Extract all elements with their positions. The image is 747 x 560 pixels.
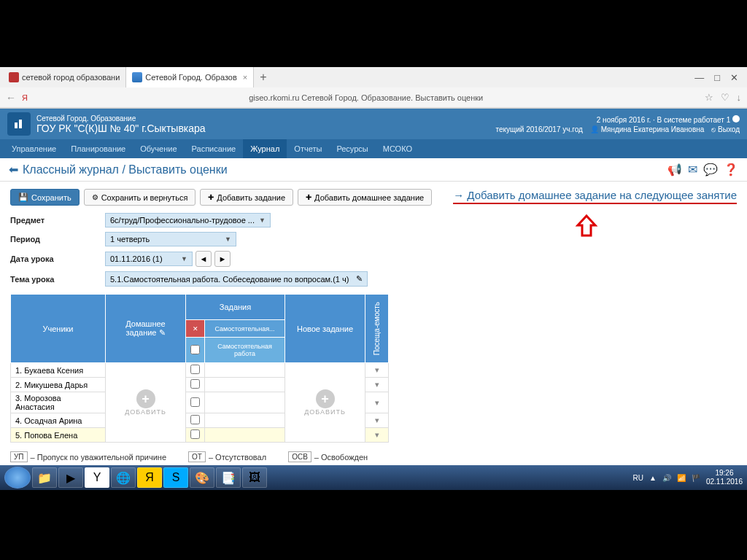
person-icon: [732, 115, 740, 122]
edit-icon[interactable]: ✎: [159, 328, 166, 337]
homework-cell[interactable]: +ДОБАВИТЬ: [106, 363, 186, 443]
nav-back-button[interactable]: ←: [6, 92, 16, 104]
taskbar-app-icon[interactable]: 📁: [32, 467, 57, 488]
app-header: Сетевой Город. Образование ГОУ РК "С(К)Ш…: [0, 109, 747, 139]
grade-cell[interactable]: [205, 378, 285, 392]
nav-management[interactable]: Управление: [4, 139, 63, 158]
nav-reports[interactable]: Отчеты: [287, 139, 329, 158]
taskbar-app-icon[interactable]: S: [163, 467, 188, 488]
chat-icon[interactable]: 💬: [703, 163, 718, 176]
add-next-homework-link[interactable]: → Добавить домашнее задание на следующее…: [453, 189, 737, 204]
col-attendance: Посеща-емость: [365, 295, 389, 363]
taskbar-app-icon[interactable]: ▶: [58, 467, 83, 488]
add-task-button[interactable]: Добавить задание: [200, 189, 293, 206]
windows-taskbar: 📁 ▶ Y 🌐 Я S 🎨 📑 🖼 RU ▲ 🔊 📶 🏴 19:26 02.11…: [0, 465, 747, 490]
add-homework-button[interactable]: Добавить домашнее задание: [298, 189, 432, 206]
col-new-task: Новое задание: [285, 295, 365, 363]
grade-cell[interactable]: [205, 428, 285, 443]
help-icon[interactable]: ❓: [724, 163, 738, 176]
tray-expand-icon[interactable]: ▲: [649, 474, 657, 482]
task-name-header[interactable]: Самостоятельная...: [205, 320, 285, 338]
attendance-cell[interactable]: ▾: [365, 363, 389, 378]
edit-icon[interactable]: ✎: [356, 274, 363, 284]
svg-rect-1: [19, 120, 22, 128]
addr-icon[interactable]: ↓: [737, 92, 742, 103]
tray-network-icon[interactable]: 📶: [677, 474, 686, 482]
legend-text: – Пропуск по уважительной причине: [31, 453, 166, 462]
task-checkbox-all[interactable]: [186, 338, 205, 363]
task-checkbox[interactable]: [186, 428, 205, 443]
task-checkbox[interactable]: [186, 378, 205, 392]
tab-title: сетевой город образовани: [22, 73, 120, 82]
attendance-cell[interactable]: ▾: [365, 378, 389, 392]
save-button[interactable]: 💾 Сохранить: [10, 189, 80, 206]
close-tab-icon[interactable]: ×: [243, 73, 247, 82]
url-display[interactable]: giseo.rkomi.ru Сетевой Город. Образовани…: [34, 93, 699, 102]
task-checkbox[interactable]: [186, 413, 205, 428]
new-task-cell[interactable]: +ДОБАВИТЬ: [285, 363, 365, 443]
nav-schedule[interactable]: Расписание: [185, 139, 244, 158]
student-name: 5. Попова Елена: [11, 428, 106, 443]
maximize-button[interactable]: □: [714, 72, 720, 83]
date-select[interactable]: 01.11.2016 (1)▼: [105, 252, 193, 266]
grade-cell[interactable]: [205, 392, 285, 413]
student-name: 2. Микушева Дарья: [11, 378, 106, 392]
prev-date-button[interactable]: ◄: [196, 251, 212, 267]
date-label: Дата урока: [10, 254, 105, 263]
tray-volume-icon[interactable]: 🔊: [662, 474, 671, 482]
school-year: текущий 2016/2017 уч.год: [496, 125, 583, 133]
grade-cell[interactable]: [205, 413, 285, 428]
legend-text: – Освобожден: [314, 453, 368, 462]
nav-journal[interactable]: Журнал: [243, 139, 287, 158]
taskbar-app-icon[interactable]: 🎨: [190, 467, 214, 488]
mail-icon[interactable]: ✉: [688, 163, 697, 176]
taskbar-app-icon[interactable]: 🖼: [242, 467, 267, 488]
legend-code: ОТ: [188, 451, 206, 462]
tray-lang[interactable]: RU: [633, 474, 643, 482]
addr-icon[interactable]: ♡: [721, 92, 729, 103]
tray-flag-icon[interactable]: 🏴: [692, 474, 700, 482]
minimize-button[interactable]: —: [694, 72, 704, 83]
nav-planning[interactable]: Планирование: [63, 139, 133, 158]
favicon-icon: [9, 72, 19, 82]
period-select[interactable]: 1 четверть▼: [105, 232, 236, 246]
table-row: 1. Букаева Ксения +ДОБАВИТЬ +ДОБАВИТЬ ▾: [11, 363, 389, 378]
attendance-cell[interactable]: ▾: [365, 392, 389, 413]
breadcrumb-bar: ⬅ Классный журнал / Выставить оценки 📢 ✉…: [0, 158, 747, 182]
add-icon[interactable]: +: [136, 389, 155, 408]
svg-rect-0: [15, 122, 18, 128]
addr-icon[interactable]: ☆: [705, 92, 713, 103]
save-back-button[interactable]: Сохранить и вернуться: [84, 189, 196, 206]
topic-field[interactable]: 5.1.Самостоятельная работа. Собеседовани…: [105, 271, 368, 287]
nav-resources[interactable]: Ресурсы: [329, 139, 375, 158]
taskbar-app-icon[interactable]: 📑: [216, 467, 241, 488]
announce-icon[interactable]: 📢: [667, 163, 682, 176]
back-icon[interactable]: ⬅: [9, 163, 18, 176]
attendance-cell[interactable]: ▾: [365, 413, 389, 428]
user-name[interactable]: 👤 Мяндина Екатерина Ивановна: [590, 125, 704, 133]
close-window-button[interactable]: ✕: [730, 72, 738, 83]
legend-text: – Отсутствовал: [209, 453, 266, 462]
chevron-down-icon: ▼: [259, 217, 266, 224]
taskbar-app-icon[interactable]: Я: [137, 467, 162, 488]
attendance-cell[interactable]: ▾: [365, 428, 389, 443]
new-tab-button[interactable]: +: [254, 71, 272, 84]
nav-education[interactable]: Обучение: [133, 139, 184, 158]
tray-clock[interactable]: 19:26 02.11.2016: [706, 469, 743, 486]
browser-chrome: сетевой город образовани Сетевой Город. …: [0, 67, 747, 109]
subject-select[interactable]: 6с/труд/Профессионально-трудовое ...▼: [105, 213, 271, 228]
task-checkbox[interactable]: [186, 392, 205, 413]
grade-cell[interactable]: [205, 363, 285, 378]
browser-tab[interactable]: сетевой город образовани: [3, 67, 126, 88]
add-icon[interactable]: +: [316, 389, 335, 408]
taskbar-app-icon[interactable]: 🌐: [111, 467, 136, 488]
task-delete-icon[interactable]: ✕: [186, 320, 205, 338]
start-button[interactable]: [4, 467, 31, 489]
nav-msoko[interactable]: МСОКО: [376, 139, 419, 158]
logout-button[interactable]: ⎋ Выход: [711, 125, 740, 133]
content-area: 💾 Сохранить Сохранить и вернуться Добави…: [0, 182, 747, 500]
browser-tab-active[interactable]: Сетевой Город. Образов ×: [126, 67, 254, 88]
task-checkbox[interactable]: [186, 363, 205, 378]
next-date-button[interactable]: ►: [214, 251, 231, 267]
taskbar-app-icon[interactable]: Y: [85, 467, 109, 488]
